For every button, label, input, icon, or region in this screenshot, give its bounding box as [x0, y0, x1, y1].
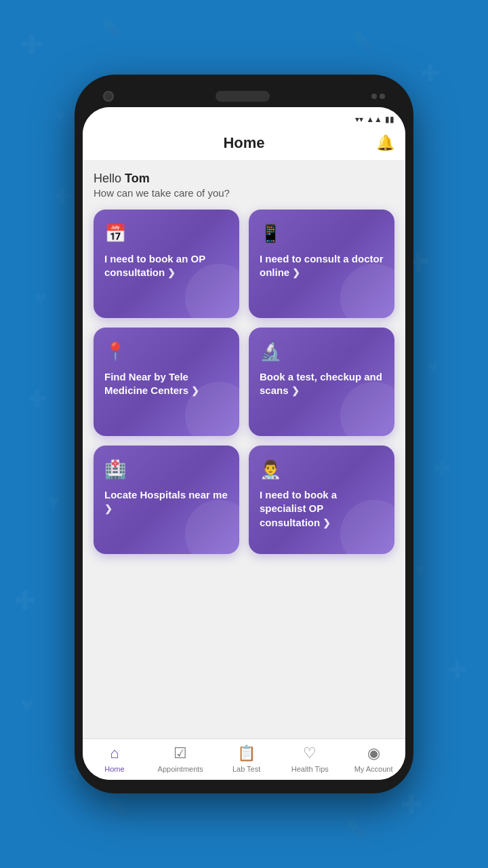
consult-online-card[interactable]: 📱 I need to consult a doctor online ❯ [249, 210, 394, 318]
sensor-dot-1 [371, 94, 377, 99]
user-name: Tom [125, 172, 150, 185]
specialist-op-text: I need to book a specialist OP consultat… [260, 488, 384, 540]
lab-test-nav-icon: 📋 [237, 745, 256, 762]
tele-medicine-card[interactable]: 📍 Find Near by Tele Medicine Centers ❯ [94, 328, 239, 436]
specialist-op-card[interactable]: 👨‍⚕️ I need to book a specialist OP cons… [249, 446, 394, 554]
svg-text:♥: ♥ [427, 356, 439, 377]
lab-test-card[interactable]: 🔬 Book a test, checkup and scans ❯ [249, 328, 394, 436]
nav-my-account[interactable]: ◉ My Account [353, 745, 394, 773]
tele-medicine-icon: 📍 [104, 341, 228, 362]
wifi-icon: ▾▾ [355, 115, 363, 124]
screen: ▾▾ ▲▲ ▮▮ Home 🔔 Hello Tom How can we tak… [83, 107, 405, 780]
svg-text:♥: ♥ [20, 692, 33, 717]
svg-text:✚: ✚ [27, 385, 47, 412]
locate-hospital-text: Locate Hospitals near me ❯ [104, 488, 228, 540]
consult-online-arrow: ❯ [292, 267, 300, 278]
nav-health-tips[interactable]: ♡ Health Tips [289, 745, 330, 773]
app-bar: Home 🔔 [83, 129, 405, 161]
battery-icon: ▮▮ [385, 115, 394, 124]
svg-text:✚: ✚ [20, 30, 43, 60]
front-camera [103, 91, 114, 102]
svg-text:♥: ♥ [54, 105, 66, 126]
svg-text:♥: ♥ [47, 490, 60, 513]
svg-text:✚: ✚ [14, 586, 37, 616]
phone-top-bar [83, 88, 405, 107]
locate-hospital-icon: 🏥 [104, 459, 228, 480]
svg-text:♥: ♥ [34, 285, 47, 310]
health-tips-icon: ♡ [303, 745, 317, 762]
bottom-nav: ⌂ Home ☑ Appointments 📋 Lab Test ♡ Healt… [83, 738, 405, 780]
phone-shell: ▾▾ ▲▲ ▮▮ Home 🔔 Hello Tom How can we tak… [75, 75, 413, 793]
health-tips-label: Health Tips [291, 765, 329, 773]
nav-lab-test[interactable]: 📋 Lab Test [226, 745, 267, 773]
appointments-label: Appointments [158, 765, 203, 773]
tele-medicine-arrow: ❯ [191, 385, 199, 396]
sensor-dot-2 [380, 94, 385, 99]
svg-text:💊: 💊 [108, 797, 130, 818]
svg-text:💊: 💊 [352, 31, 374, 52]
signal-icon: ▲▲ [366, 115, 382, 124]
specialist-op-icon: 👨‍⚕️ [260, 459, 384, 480]
status-bar: ▾▾ ▲▲ ▮▮ [83, 107, 405, 129]
my-account-icon: ◉ [367, 745, 380, 762]
nav-appointments[interactable]: ☑ Appointments [158, 745, 203, 773]
nav-home[interactable]: ⌂ Home [94, 745, 135, 773]
lab-test-text: Book a test, checkup and scans ❯ [260, 370, 384, 422]
notification-button[interactable]: 🔔 [376, 134, 394, 152]
book-op-arrow: ❯ [167, 267, 176, 278]
book-op-text: I need to book an OP consultation ❯ [104, 252, 228, 304]
phone-speaker [216, 91, 270, 102]
locate-hospital-arrow: ❯ [104, 503, 113, 514]
svg-text:💊: 💊 [102, 18, 123, 39]
svg-text:✚: ✚ [420, 60, 440, 86]
svg-text:♥: ♥ [413, 559, 425, 580]
lab-test-icon: 🔬 [260, 341, 384, 362]
my-account-label: My Account [354, 765, 393, 773]
svg-text:✚: ✚ [54, 185, 71, 208]
app-title: Home [223, 134, 264, 152]
lab-test-label: Lab Test [232, 765, 260, 773]
book-op-icon: 📅 [104, 223, 228, 244]
phone-sensors [371, 94, 385, 99]
content-area: Hello Tom How can we take care of you? 📅… [83, 161, 405, 738]
status-icons: ▾▾ ▲▲ ▮▮ [355, 115, 394, 124]
cards-grid: 📅 I need to book an OP consultation ❯ 📱 … [94, 210, 394, 554]
tele-medicine-text: Find Near by Tele Medicine Centers ❯ [104, 370, 228, 422]
consult-online-text: I need to consult a doctor online ❯ [260, 252, 384, 304]
svg-text:💊: 💊 [346, 818, 367, 839]
greeting-hello: Hello Tom [94, 172, 394, 186]
appointments-icon: ☑ [174, 745, 187, 762]
consult-online-icon: 📱 [260, 223, 384, 244]
home-label: Home [104, 765, 124, 773]
specialist-op-arrow: ❯ [323, 517, 331, 528]
locate-hospital-card[interactable]: 🏥 Locate Hospitals near me ❯ [94, 446, 239, 554]
svg-text:✚: ✚ [434, 456, 451, 479]
book-op-card[interactable]: 📅 I need to book an OP consultation ❯ [94, 210, 239, 318]
greeting-subtitle: How can we take care of you? [94, 187, 394, 199]
home-icon: ⌂ [110, 745, 119, 762]
svg-text:✚: ✚ [447, 656, 467, 683]
lab-test-arrow: ❯ [291, 385, 300, 396]
svg-text:✚: ✚ [400, 789, 423, 819]
greeting-section: Hello Tom How can we take care of you? [94, 172, 394, 199]
